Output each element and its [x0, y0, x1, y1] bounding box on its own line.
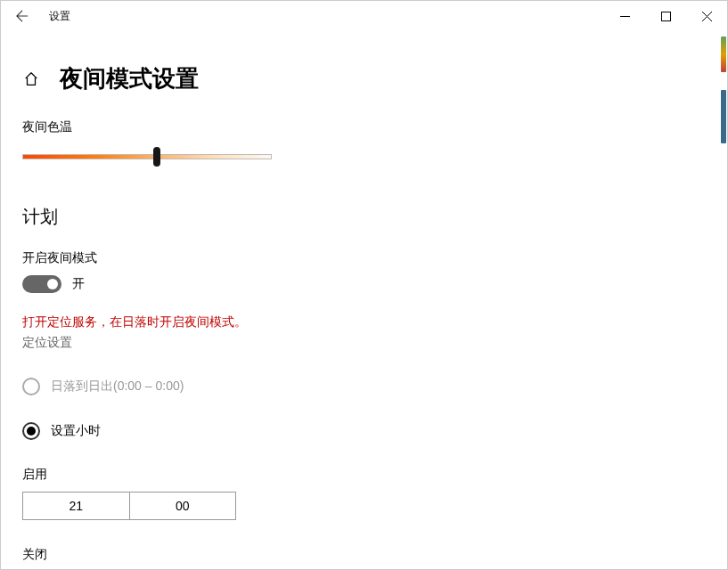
enable-time-picker[interactable]: 21 00 [22, 492, 236, 520]
page-title: 夜间模式设置 [60, 63, 199, 94]
enable-hour-input[interactable]: 21 [23, 493, 130, 519]
location-settings-link[interactable]: 定位设置 [22, 335, 72, 351]
maximize-button[interactable] [645, 1, 686, 31]
enable-minute-input[interactable]: 00 [130, 493, 236, 519]
schedule-heading: 计划 [22, 205, 706, 229]
window-title: 设置 [49, 9, 70, 24]
slider-thumb[interactable] [153, 147, 160, 167]
enable-time-label: 启用 [22, 467, 706, 483]
toggle-knob [47, 279, 58, 289]
home-button[interactable] [22, 70, 40, 88]
close-icon [702, 12, 712, 21]
close-button[interactable] [686, 1, 727, 31]
svg-rect-0 [661, 12, 670, 20]
window-controls [604, 1, 727, 31]
slider-track [22, 154, 272, 159]
radio-sunset[interactable] [22, 378, 40, 395]
app-indicator-2 [721, 90, 726, 143]
location-warning: 打开定位服务，在日落时开启夜间模式。 [22, 314, 706, 330]
night-mode-toggle-row: 开 [22, 275, 706, 293]
back-arrow-icon [16, 10, 29, 22]
night-mode-toggle-label: 开启夜间模式 [22, 250, 706, 266]
minimize-button[interactable] [604, 1, 645, 31]
back-button[interactable] [1, 1, 44, 31]
minimize-icon [620, 12, 630, 21]
radio-sunset-label: 日落到日出(0:00 – 0:00) [51, 379, 184, 395]
maximize-icon [661, 12, 671, 21]
radio-selected-dot [27, 427, 36, 436]
radio-sunset-row[interactable]: 日落到日出(0:00 – 0:00) [22, 378, 706, 395]
page-header: 夜间模式设置 [22, 63, 706, 94]
radio-hours-label: 设置小时 [51, 423, 101, 439]
app-indicator-1 [721, 37, 726, 72]
disable-time-label: 关闭 [22, 547, 706, 563]
title-bar: 设置 [1, 1, 727, 31]
color-temp-label: 夜间色温 [22, 119, 706, 135]
radio-hours-row[interactable]: 设置小时 [22, 422, 706, 440]
color-temp-slider[interactable] [22, 144, 272, 169]
content-area: 夜间模式设置 夜间色温 计划 开启夜间模式 开 打开定位服务，在日落时开启夜间模… [1, 31, 727, 569]
toggle-state-label: 开 [72, 276, 85, 292]
home-icon [23, 71, 39, 87]
radio-hours[interactable] [22, 422, 40, 440]
settings-window: 设置 夜间模式设置 夜间色温 计划 [0, 0, 728, 570]
night-mode-toggle[interactable] [22, 275, 61, 293]
